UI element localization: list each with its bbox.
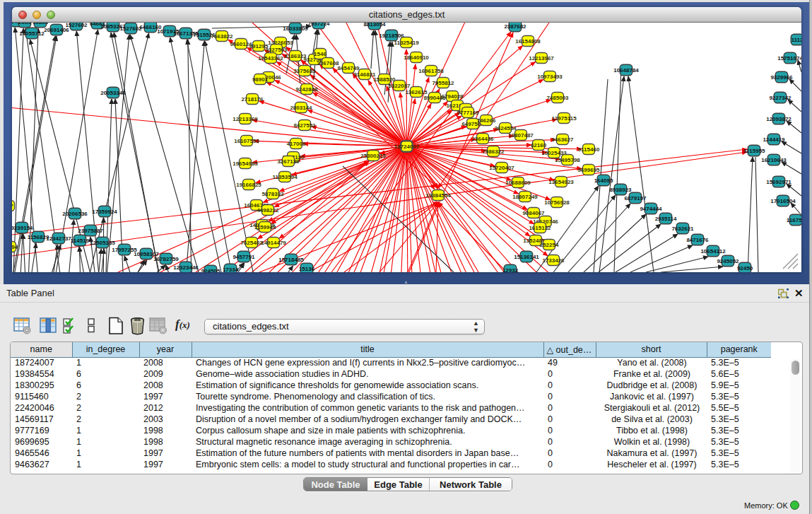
svg-text:62160: 62160 — [531, 142, 547, 148]
svg-text:12932: 12932 — [502, 267, 519, 273]
svg-text:2803144: 2803144 — [290, 105, 312, 111]
svg-text:9245052: 9245052 — [717, 258, 739, 264]
svg-text:12975115: 12975115 — [551, 115, 577, 122]
svg-text:2364436: 2364436 — [471, 136, 494, 142]
svg-text:2718176: 2718176 — [241, 96, 264, 103]
svg-text:3267130: 3267130 — [277, 158, 300, 165]
svg-text:1244419: 1244419 — [763, 136, 785, 143]
svg-text:1615132: 1615132 — [529, 225, 551, 231]
svg-text:12505135: 12505135 — [90, 240, 115, 246]
svg-text:1588520: 1588520 — [373, 76, 396, 83]
svg-text:12093872: 12093872 — [766, 116, 792, 122]
svg-text:116753: 116753 — [787, 217, 801, 223]
svg-text:9474444: 9474444 — [640, 206, 662, 212]
svg-text:18724007: 18724007 — [394, 144, 420, 150]
svg-text:19384554: 19384554 — [425, 192, 451, 199]
svg-text:1527602: 1527602 — [119, 25, 142, 32]
svg-text:10648784: 10648784 — [613, 67, 639, 74]
svg-text:7625402: 7625402 — [240, 240, 263, 246]
svg-text:252254: 252254 — [540, 242, 559, 248]
svg-text:16210643: 16210643 — [761, 157, 787, 163]
svg-text:9242848: 9242848 — [295, 86, 318, 93]
svg-text:12213967: 12213967 — [529, 55, 554, 62]
svg-text:23975887: 23975887 — [78, 228, 103, 234]
svg-text:924505: 924505 — [201, 268, 220, 273]
svg-text:19654985: 19654985 — [233, 160, 258, 167]
svg-text:16961758: 16961758 — [418, 68, 444, 74]
svg-text:16033809: 16033809 — [283, 25, 308, 32]
svg-text:16543362: 16543362 — [258, 55, 283, 62]
svg-text:9239154: 9239154 — [12, 225, 33, 231]
svg-text:9463627: 9463627 — [551, 136, 574, 143]
svg-text:13654923: 13654923 — [548, 179, 574, 185]
svg-text:3215955: 3215955 — [743, 148, 765, 154]
svg-text:17334: 17334 — [223, 267, 239, 273]
svg-text:8427552: 8427552 — [293, 122, 316, 129]
svg-text:7663822: 7663822 — [211, 33, 233, 40]
svg-text:1546: 1546 — [314, 51, 326, 57]
svg-text:1112: 1112 — [792, 37, 801, 43]
svg-text:10853: 10853 — [33, 23, 49, 25]
svg-text:16154808: 16154808 — [515, 38, 541, 45]
svg-text:17016504: 17016504 — [770, 198, 796, 204]
svg-text:2367608: 2367608 — [317, 60, 339, 66]
svg-text:10756928: 10756928 — [544, 199, 570, 206]
svg-text:12342737: 12342737 — [46, 235, 71, 242]
svg-text:19166825: 19166825 — [236, 182, 261, 188]
svg-text:7957224: 7957224 — [307, 23, 330, 27]
svg-text:53594: 53594 — [12, 244, 18, 250]
svg-text:114519: 114519 — [71, 238, 90, 244]
svg-text:164095: 164095 — [594, 177, 613, 184]
svg-text:8813054: 8813054 — [363, 23, 386, 28]
svg-text:20206536: 20206536 — [62, 211, 88, 217]
svg-text:15136: 15136 — [299, 266, 315, 272]
svg-text:10688609: 10688609 — [505, 180, 531, 186]
svg-text:8938923: 8938923 — [609, 187, 632, 193]
svg-text:5322037: 5322037 — [388, 83, 411, 89]
svg-text:1159948: 1159948 — [254, 224, 276, 230]
svg-text:9327503: 9327503 — [265, 47, 288, 53]
svg-text:11353594: 11353594 — [272, 174, 298, 180]
svg-text:3624554: 3624554 — [494, 125, 517, 132]
svg-text:9699695: 9699695 — [577, 167, 600, 173]
svg-text:17359924: 17359924 — [92, 209, 117, 215]
svg-text:8471676: 8471676 — [686, 237, 709, 243]
svg-text:15720407: 15720407 — [489, 165, 514, 171]
svg-text:18807249: 18807249 — [512, 194, 538, 200]
svg-text:7986322: 7986322 — [482, 148, 505, 155]
svg-text:16107553: 16107553 — [234, 138, 259, 144]
svg-text:10807487: 10807487 — [508, 132, 534, 139]
svg-text:20053346: 20053346 — [100, 90, 126, 96]
svg-text:9227342: 9227342 — [769, 95, 792, 101]
svg-text:25300215: 25300215 — [360, 153, 386, 159]
svg-text:11325419: 11325419 — [394, 40, 419, 46]
svg-text:15751074: 15751074 — [777, 55, 801, 62]
svg-text:4498222: 4498222 — [257, 207, 279, 214]
svg-text:16782759: 16782759 — [153, 256, 179, 262]
svg-text:1527602: 1527602 — [65, 23, 88, 28]
svg-text:10654112: 10654112 — [700, 248, 726, 255]
svg-text:6794028: 6794028 — [441, 93, 464, 100]
svg-text:746266: 746266 — [477, 117, 496, 124]
svg-text:15495798: 15495798 — [555, 157, 580, 163]
svg-text:417006: 417006 — [287, 141, 306, 147]
svg-text:9146821: 9146821 — [353, 71, 376, 78]
svg-text:8454749: 8454749 — [337, 65, 360, 71]
svg-text:19218506: 19218506 — [379, 33, 404, 39]
svg-text:2069: 2069 — [18, 23, 31, 25]
svg-text:92450: 92450 — [737, 265, 753, 271]
svg-text:18640910: 18640910 — [404, 54, 429, 61]
svg-text:9115460: 9115460 — [578, 146, 600, 153]
svg-text:3375685: 3375685 — [293, 68, 316, 74]
svg-text:9457791: 9457791 — [233, 254, 255, 260]
svg-text:6879197: 6879197 — [624, 195, 647, 201]
svg-text:15136141: 15136141 — [514, 254, 539, 260]
svg-text:14914479: 14914479 — [261, 240, 286, 246]
svg-text:9084067: 9084067 — [522, 210, 545, 216]
svg-text:15718485: 15718485 — [278, 257, 304, 263]
svg-text:10973493: 10973493 — [537, 74, 563, 80]
svg-text:7955812: 7955812 — [432, 80, 454, 86]
svg-text:9777169: 9777169 — [457, 110, 479, 116]
svg-text:9329966: 9329966 — [770, 74, 793, 81]
svg-text:98901: 98901 — [252, 76, 269, 83]
